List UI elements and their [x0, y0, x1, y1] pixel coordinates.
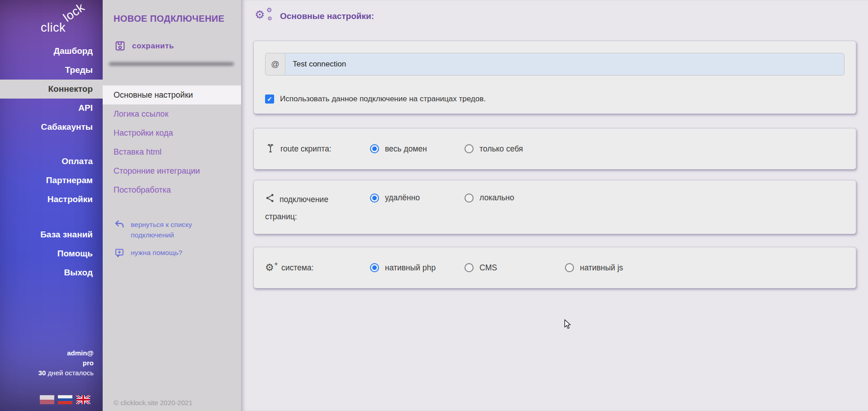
checkbox-label: Использовать данное подключение на стран…: [280, 94, 486, 104]
gear-plus-icon: ⚙+: [265, 263, 277, 273]
radio-unselected-icon[interactable]: [465, 144, 474, 153]
mouse-cursor: [564, 319, 572, 329]
sidebar-item-threads[interactable]: Треды: [0, 61, 103, 80]
sidebar-item-api[interactable]: API: [0, 99, 103, 118]
connection-settings-menu: Основные настройки Логика ссылок Настрой…: [103, 85, 241, 199]
route-script-options: весь домен только себя: [370, 144, 523, 154]
checkbox-checked-icon[interactable]: ✓: [265, 94, 274, 104]
share-icon: [265, 193, 275, 206]
connection-name-input-group: @: [265, 53, 844, 76]
help-link-label: нужна помощь?: [131, 247, 182, 258]
connection-name-card: @ ✓ Использовать данное подключение на с…: [253, 41, 856, 114]
clicklock-logo[interactable]: click lock: [0, 6, 103, 39]
route-split-icon: [265, 142, 276, 156]
main-header: ⚙ ⚙ ⚙ Основные настройки:: [255, 8, 374, 24]
page-connection-label: подключение страниц:: [265, 193, 370, 222]
page-connection-card: подключение страниц: удалённо локально: [253, 180, 856, 234]
radio-option-native-js[interactable]: нативный js: [565, 263, 623, 273]
radio-unselected-icon[interactable]: [465, 194, 474, 203]
page-connection-options: удалённо локально: [370, 193, 514, 203]
menu-item-basic-settings[interactable]: Основные настройки: [103, 85, 241, 104]
radio-selected-icon[interactable]: [370, 194, 379, 203]
route-script-label: route скрипта:: [265, 142, 370, 156]
menu-item-html-insert[interactable]: Вставка html: [103, 142, 241, 161]
secondary-links: вернуться к списку подключений нужна пом…: [103, 219, 241, 260]
menu-item-code-settings[interactable]: Настройки кода: [103, 123, 241, 142]
menu-item-postprocessing[interactable]: Постобработка: [103, 180, 241, 199]
system-card: ⚙+ система: нативный php CMS нативный js: [253, 247, 856, 288]
floppy-disk-icon: [114, 40, 126, 52]
sidebar-item-logout[interactable]: Выход: [0, 263, 103, 282]
radio-option-whole-domain[interactable]: весь домен: [370, 144, 465, 154]
primary-sidebar: click lock Дашборд Треды Коннектор API С…: [0, 0, 103, 411]
page-title: НОВОЕ ПОДКЛЮЧЕНИЕ: [114, 14, 241, 24]
radio-unselected-icon[interactable]: [465, 263, 474, 272]
use-on-thread-pages-option[interactable]: ✓ Использовать данное подключение на стр…: [265, 94, 844, 104]
flag-uk-icon[interactable]: [76, 395, 90, 404]
main-content: ⚙ ⚙ ⚙ Основные настройки: @ ✓ Использова…: [241, 0, 868, 411]
connection-name-input[interactable]: [285, 53, 844, 75]
menu-item-third-party-integrations[interactable]: Сторонние интеграции: [103, 161, 241, 180]
nav-spacer: [0, 137, 103, 152]
need-help-link[interactable]: нужна помощь?: [114, 247, 241, 260]
back-to-connections-link[interactable]: вернуться к списку подключений: [114, 219, 241, 240]
radio-option-remote[interactable]: удалённо: [370, 193, 465, 203]
sidebar-item-partners[interactable]: Партнерам: [0, 171, 103, 190]
sidebar-item-subaccounts[interactable]: Сабакаунты: [0, 118, 103, 137]
flag-russia-icon[interactable]: [58, 395, 72, 404]
sidebar-item-settings[interactable]: Настройки: [0, 190, 103, 209]
copyright-footer: © clicklock.site 2020-2021: [114, 399, 192, 406]
save-button[interactable]: сохранить: [114, 40, 174, 52]
radio-option-only-self[interactable]: только себя: [465, 144, 523, 154]
sidebar-item-dashboard[interactable]: Дашборд: [0, 42, 103, 61]
menu-item-link-logic[interactable]: Логика ссылок: [103, 104, 241, 123]
sidebar-item-help[interactable]: Помощь: [0, 244, 103, 263]
radio-option-local[interactable]: локально: [465, 193, 514, 203]
back-link-label: вернуться к списку подключений: [131, 219, 217, 240]
radio-selected-icon[interactable]: [370, 144, 379, 153]
language-switcher: [40, 395, 90, 404]
radio-unselected-icon[interactable]: [565, 263, 574, 272]
sidebar-item-connector[interactable]: Коннектор: [0, 80, 103, 99]
app-window: click lock Дашборд Треды Коннектор API С…: [0, 0, 868, 411]
account-plan-badge: pro: [38, 358, 94, 368]
settings-gears-icon: ⚙ ⚙ ⚙: [255, 8, 275, 24]
undo-arrow-icon: [114, 220, 124, 231]
nav-spacer: [0, 209, 103, 225]
account-email: admin@: [38, 348, 94, 358]
primary-nav: Дашборд Треды Коннектор API Сабакаунты О…: [0, 42, 103, 282]
sidebar-item-payment[interactable]: Оплата: [0, 152, 103, 171]
logo-text-click: click: [41, 21, 66, 35]
radio-selected-icon[interactable]: [370, 263, 379, 272]
account-info: admin@ pro 30 дней осталось: [38, 348, 94, 378]
at-prefix: @: [266, 53, 285, 75]
account-days-left: 30 дней осталось: [38, 368, 94, 378]
radio-option-cms[interactable]: CMS: [465, 263, 565, 273]
system-options: нативный php CMS нативный js: [370, 263, 623, 273]
sidebar-item-knowledge-base[interactable]: База знаний: [0, 225, 103, 244]
save-button-label: сохранить: [132, 42, 174, 51]
system-label: ⚙+ система:: [265, 263, 370, 273]
secondary-sidebar: НОВОЕ ПОДКЛЮЧЕНИЕ сохранить Основные нас…: [103, 0, 241, 411]
route-script-card: route скрипта: весь домен только себя: [253, 128, 856, 170]
flag-muted-icon[interactable]: [40, 395, 54, 404]
section-title: Основные настройки:: [280, 11, 374, 21]
radio-option-native-php[interactable]: нативный php: [370, 263, 465, 273]
add-comment-icon: [114, 248, 124, 260]
section-divider: [109, 62, 234, 66]
